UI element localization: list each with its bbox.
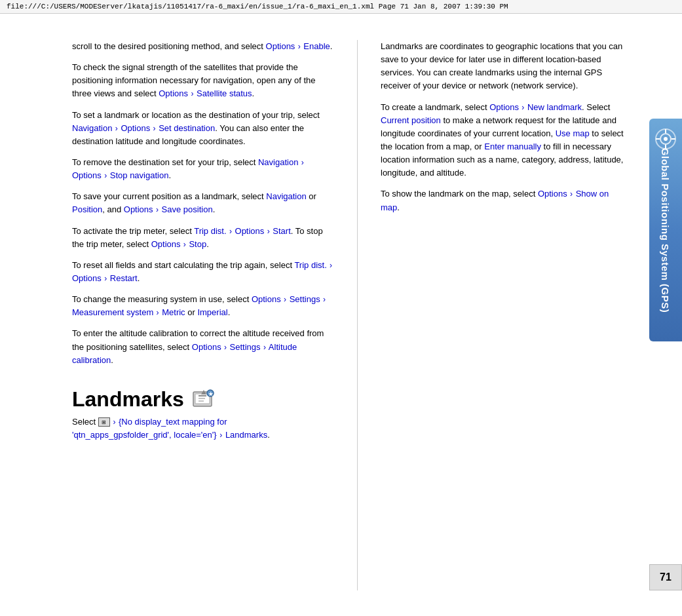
link-new-landmark[interactable]: New landmark (527, 102, 582, 112)
link-stop[interactable]: Stop (189, 239, 206, 249)
link-options-2[interactable]: Options (159, 88, 188, 98)
link-position[interactable]: Position (72, 204, 102, 214)
landmarks-icon: ★ (191, 387, 217, 413)
link-options-10[interactable]: Options (192, 342, 221, 352)
content-block-5: To save your current position as a landm… (72, 190, 334, 216)
arrow-1: › (295, 42, 300, 51)
svg-text:★: ★ (208, 391, 213, 397)
page-number-box: 71 (649, 564, 682, 590)
right-block-2: To create a landmark, select Options › N… (381, 101, 630, 180)
page-wrapper: scroll to the desired positioning method… (0, 14, 682, 604)
link-enable[interactable]: Enable (303, 41, 330, 51)
svg-point-10 (664, 137, 668, 141)
link-start[interactable]: Start (273, 226, 290, 236)
landmarks-title: Landmarks (72, 387, 184, 412)
link-save-position[interactable]: Save position (162, 204, 213, 214)
link-options-9[interactable]: Options (252, 294, 281, 304)
link-restart[interactable]: Restart (110, 273, 138, 283)
link-enter-manually[interactable]: Enter manually (484, 142, 541, 151)
link-navigation-3[interactable]: Navigation (266, 191, 306, 201)
link-navigation-1[interactable]: Navigation (72, 123, 112, 133)
link-trip-dist-2[interactable]: Trip dist. (294, 260, 326, 270)
link-navigation-2[interactable]: Navigation (258, 157, 298, 167)
link-options-7[interactable]: Options (151, 239, 181, 249)
side-tab: Global Positioning System (GPS) (649, 119, 682, 341)
side-tab-label: Global Positioning System (GPS) (660, 147, 672, 312)
content-block-6: To activate the trip meter, select Trip … (72, 225, 334, 251)
link-settings-2[interactable]: Settings (230, 342, 261, 352)
link-settings-1[interactable]: Settings (290, 294, 320, 304)
link-options-3[interactable]: Options (121, 123, 150, 133)
content-block-8: To change the measuring system in use, s… (72, 293, 334, 319)
link-no-display-text[interactable]: {No display_text mapping for'qtn_apps_gp… (72, 417, 227, 440)
link-satellite-status[interactable]: Satellite status (197, 88, 252, 98)
side-tab-wrapper: Global Positioning System (GPS) 71 (643, 14, 682, 604)
gps-icon (654, 128, 677, 150)
link-options-4[interactable]: Options (72, 170, 102, 180)
page-number: 71 (660, 571, 672, 583)
arrow-2: › (189, 89, 193, 98)
link-set-destination[interactable]: Set destination (159, 123, 215, 133)
content-block-1: scroll to the desired positioning method… (72, 40, 334, 53)
top-bar-text: file:///C:/USERS/MODEServer/lkatajis/110… (7, 3, 508, 10)
link-show-on-map[interactable]: Show on map (381, 189, 609, 212)
content-block-3: To set a landmark or location as the des… (72, 109, 334, 148)
content-block-4: To remove the destination set for your t… (72, 156, 334, 182)
link-options-1[interactable]: Options (266, 41, 295, 51)
link-options-8[interactable]: Options (72, 273, 102, 283)
link-options-5[interactable]: Options (124, 204, 153, 214)
link-trip-dist-1[interactable]: Trip dist. (194, 226, 226, 236)
link-options-r1[interactable]: Options (489, 102, 519, 112)
right-block-3: To show the landmark on the map, select … (381, 187, 630, 214)
link-use-map[interactable]: Use map (556, 128, 590, 138)
right-column: Landmarks are coordinates to geographic … (381, 40, 630, 590)
menu-icon: ⊞ (98, 417, 110, 427)
link-stop-navigation[interactable]: Stop navigation (110, 170, 169, 180)
main-content: scroll to the desired positioning method… (0, 14, 643, 604)
content-block-7: To reset all fields and start calculatin… (72, 259, 334, 285)
link-metric[interactable]: Metric (162, 307, 185, 317)
column-divider (357, 40, 358, 590)
link-landmarks-nav[interactable]: Landmarks (225, 430, 267, 440)
top-bar: file:///C:/USERS/MODEServer/lkatajis/110… (0, 0, 682, 14)
section-heading-landmarks: Landmarks ★ (72, 387, 334, 413)
link-options-r2[interactable]: Options (538, 189, 567, 199)
left-column: scroll to the desired positioning method… (72, 40, 334, 590)
link-options-6[interactable]: Options (235, 226, 265, 236)
link-imperial[interactable]: Imperial (197, 307, 227, 317)
content-block-2: To check the signal strength of the sate… (72, 61, 334, 100)
link-measurement-system[interactable]: Measurement system (72, 307, 153, 317)
content-block-9: To enter the altitude calibration to cor… (72, 327, 334, 366)
select-line: Select ⊞ › {No display_text mapping for'… (72, 415, 334, 442)
link-current-position[interactable]: Current position (381, 115, 441, 125)
right-block-1: Landmarks are coordinates to geographic … (381, 40, 630, 93)
